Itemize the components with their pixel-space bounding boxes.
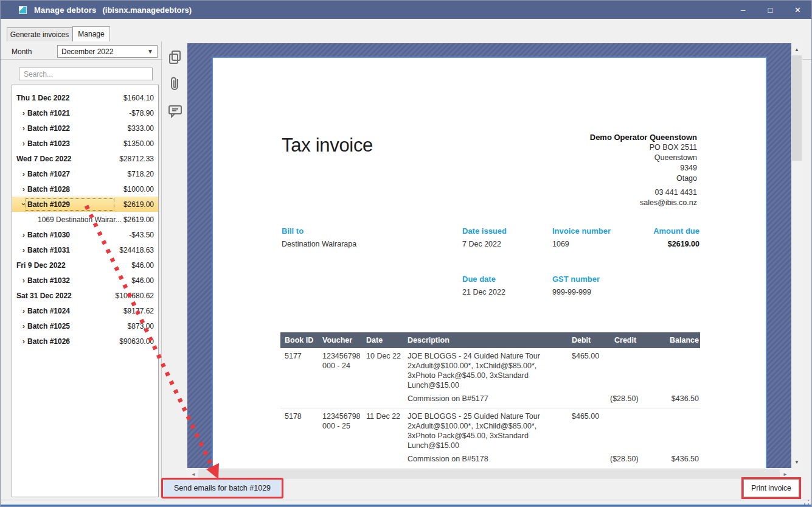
balance-cell: $436.50: [639, 454, 700, 464]
description-detail: 2xAdult@$100.00*, 1xChild@$85.00*, 3xPho…: [408, 421, 564, 450]
chevron-collapsed-icon[interactable]: ›: [20, 321, 27, 330]
row-amount: $718.20: [128, 170, 154, 178]
table-header-row: Book IDVoucherDateDescriptionDebitCredit…: [280, 332, 700, 348]
table-row: 5178123456798 000 - 2511 Dec 22JOE BLOGG…: [280, 411, 700, 450]
batch-row[interactable]: ›Batch #1022$333.00: [12, 121, 158, 136]
row-label: Batch #1024: [27, 307, 70, 315]
date-cell: [362, 454, 403, 464]
resize-grip[interactable]: [803, 499, 810, 505]
app-window: Manage debtors (ibisnx.managedebtors) – …: [0, 0, 812, 507]
search-input[interactable]: [19, 68, 153, 80]
credit-cell: ($28.50): [610, 454, 639, 464]
date-group-row[interactable]: Fri 9 Dec 2022$46.00: [12, 257, 158, 273]
balance-cell: [639, 411, 700, 450]
vertical-scrollbar-thumb[interactable]: [792, 55, 802, 161]
row-label: Batch #1023: [27, 139, 70, 148]
date-group-row[interactable]: Wed 7 Dec 2022$28712.33: [12, 151, 158, 166]
copy-invoice-button[interactable]: [166, 48, 184, 66]
batch-row[interactable]: ›Batch #1030-$43.50: [12, 227, 158, 242]
batch-row[interactable]: ›Batch #1026$90630.00: [12, 334, 158, 349]
description-title: JOE BLOGGS - 24 Guided Nature Tour: [408, 351, 564, 361]
row-amount: $333.00: [128, 124, 154, 133]
description-cell: JOE BLOGGS - 24 Guided Nature Tour2xAdul…: [403, 351, 567, 390]
close-button[interactable]: ✕: [784, 1, 811, 19]
scroll-up-icon[interactable]: ▲: [791, 44, 802, 54]
row-label: Wed 7 Dec 2022: [16, 155, 72, 163]
month-label: Month: [12, 47, 32, 56]
chevron-collapsed-icon[interactable]: ›: [20, 306, 27, 315]
batch-row[interactable]: ›Batch #1029$2619.00: [12, 197, 158, 212]
row-amount: $100680.62: [116, 292, 154, 300]
chevron-collapsed-icon[interactable]: ›: [20, 108, 27, 117]
row-amount: $9177.62: [123, 307, 154, 315]
vertical-scrollbar[interactable]: ▲ ▼: [791, 43, 802, 468]
balance-cell: $436.50: [639, 394, 700, 404]
scroll-down-icon[interactable]: ▼: [791, 457, 802, 467]
chevron-collapsed-icon[interactable]: ›: [20, 230, 27, 239]
batch-row[interactable]: ›Batch #1025$873.00: [12, 318, 158, 334]
chevron-collapsed-icon[interactable]: ›: [20, 245, 27, 254]
column-header: Date: [362, 336, 403, 344]
booking-group: 5177123456798 000 - 2410 Dec 22JOE BLOGG…: [280, 351, 700, 408]
credit-cell: ($28.50): [610, 394, 639, 404]
chevron-collapsed-icon[interactable]: ›: [20, 184, 27, 194]
maximize-button[interactable]: □: [757, 1, 784, 19]
chevron-collapsed-icon[interactable]: ›: [20, 139, 27, 148]
print-invoice-highlight: Print invoice: [741, 477, 801, 499]
tab-generate-invoices[interactable]: Generate invoices: [7, 27, 72, 41]
due-date-value: 21 Dec 2022: [462, 288, 505, 296]
column-header: Credit: [610, 336, 639, 344]
row-label: Batch #1025: [27, 322, 70, 330]
row-label: Sat 31 Dec 2022: [16, 292, 72, 300]
invoice-preview-pane: Tax invoice Demo Operator Queenstown PO …: [187, 43, 791, 468]
booking-group: 5178123456798 000 - 2511 Dec 22JOE BLOGG…: [280, 411, 700, 468]
invoice-child-row[interactable]: 1069 Destination Wairar...$2619.00: [12, 212, 158, 227]
send-emails-button[interactable]: Send emails for batch #1029: [163, 480, 282, 497]
date-group-row[interactable]: Sat 31 Dec 2022$100680.62: [12, 288, 158, 303]
commission-description: Commission on B#5177: [403, 394, 567, 404]
window-title: Manage debtors: [34, 5, 96, 15]
row-amount: -$43.50: [129, 231, 154, 239]
row-amount: $873.00: [128, 322, 154, 330]
voucher-cell: [318, 454, 362, 464]
company-block: Demo Operator Queenstown PO BOX 2511 Que…: [590, 132, 697, 208]
row-amount: $90630.00: [119, 337, 154, 346]
description-detail: 2xAdult@$100.00*, 1xChild@$85.00*, 3xPho…: [408, 361, 564, 390]
row-label: Fri 9 Dec 2022: [16, 261, 66, 270]
chevron-collapsed-icon[interactable]: ›: [20, 276, 27, 285]
invoice-line-items-table: Book IDVoucherDateDescriptionDebitCredit…: [280, 332, 700, 468]
minimize-button[interactable]: –: [729, 1, 757, 19]
column-header: Voucher: [318, 336, 362, 344]
voucher-cell: 123456798 000 - 25: [318, 411, 362, 450]
commission-row: Commission on B#5178($28.50)$436.50: [280, 454, 700, 468]
tab-manage[interactable]: Manage: [72, 26, 110, 41]
date-group-row[interactable]: Thu 1 Dec 2022$1604.10: [12, 90, 158, 105]
row-label: Batch #1030: [27, 231, 70, 239]
panel-divider: [161, 41, 162, 480]
batch-row[interactable]: ›Batch #1031$24418.63: [12, 242, 158, 257]
chevron-collapsed-icon[interactable]: ›: [20, 124, 27, 133]
batch-list[interactable]: Thu 1 Dec 2022$1604.10›Batch #1021-$78.9…: [12, 85, 159, 497]
horizontal-scrollbar-thumb[interactable]: [198, 469, 780, 479]
row-label: Batch #1028: [27, 185, 70, 194]
tool-strip: [162, 43, 187, 468]
batch-row[interactable]: ›Batch #1024$9177.62: [12, 303, 158, 318]
batch-row[interactable]: ›Batch #1032$46.00: [12, 273, 158, 288]
gst-number-value: 999-99-999: [552, 288, 600, 296]
batch-row[interactable]: ›Batch #1028$1000.00: [12, 181, 158, 197]
attachment-button[interactable]: [166, 75, 184, 93]
date-cell: [362, 394, 403, 404]
chevron-collapsed-icon[interactable]: ›: [20, 337, 27, 346]
chevron-collapsed-icon[interactable]: ›: [20, 169, 27, 178]
row-label: Batch #1031: [27, 246, 70, 254]
batch-row[interactable]: ›Batch #1027$718.20: [12, 166, 158, 181]
month-dropdown[interactable]: December 2022 ▼: [57, 45, 158, 58]
batch-row[interactable]: ›Batch #1023$1350.00: [12, 136, 158, 151]
batch-row[interactable]: ›Batch #1021-$78.90: [12, 105, 158, 121]
table-body: 5177123456798 000 - 2410 Dec 22JOE BLOGG…: [280, 351, 700, 468]
comment-button[interactable]: [166, 102, 184, 120]
book-id-cell: [280, 394, 318, 404]
print-invoice-button[interactable]: Print invoice: [743, 479, 799, 497]
row-amount: $28712.33: [119, 155, 154, 163]
invoice-page: Tax invoice Demo Operator Queenstown PO …: [212, 57, 767, 468]
